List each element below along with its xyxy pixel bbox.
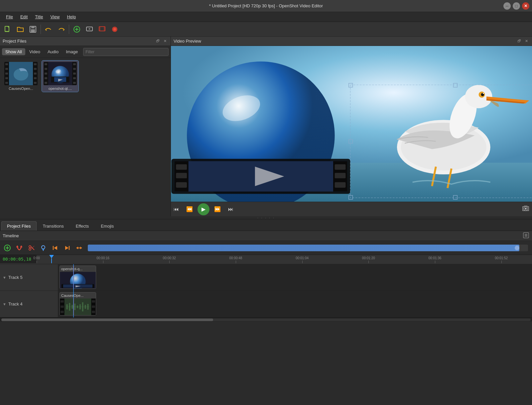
film-hole	[34, 77, 37, 79]
thumb-inner	[4, 62, 38, 85]
preview-close-btn[interactable]: ✕	[524, 39, 529, 44]
rewind-start-button[interactable]: ⏮	[171, 204, 182, 215]
playhead[interactable]	[49, 255, 54, 263]
tab-effects[interactable]: Effects	[70, 221, 95, 231]
svg-rect-102	[74, 304, 75, 310]
tab-show-all[interactable]: Show All	[2, 48, 25, 55]
undo-button[interactable]	[43, 24, 54, 35]
slider-thumb[interactable]	[515, 246, 519, 250]
file-item-openshotqt[interactable]: openshot-qt....	[42, 61, 78, 92]
forward-end-button[interactable]: ⏭	[225, 204, 236, 215]
jump-start-button[interactable]	[50, 243, 61, 253]
maximize-button[interactable]: □	[513, 2, 520, 10]
svg-rect-94	[92, 300, 95, 303]
timeline-zoom-slider[interactable]	[88, 245, 528, 251]
tab-emojis[interactable]: Emojis	[95, 221, 119, 231]
tab-audio[interactable]: Audio	[44, 48, 62, 55]
panel-close-btn[interactable]: ✕	[162, 39, 168, 44]
svg-point-71	[29, 248, 31, 250]
svg-rect-92	[61, 305, 64, 308]
tab-image[interactable]: Image	[63, 48, 81, 55]
preview-restore-btn[interactable]: 🗗	[516, 39, 522, 44]
svg-rect-22	[66, 77, 69, 82]
tracks-area: ▼ Track 5 openshot-q...	[0, 264, 532, 317]
film-hole	[73, 68, 76, 70]
clip-causesope-track4[interactable]: CausesOpe...	[60, 292, 96, 315]
jump-end-button[interactable]	[62, 243, 72, 253]
playhead-line	[51, 258, 52, 263]
close-button[interactable]: ✕	[522, 2, 529, 10]
fast-forward-button[interactable]: ⏩	[212, 204, 223, 215]
svg-line-73	[31, 247, 34, 250]
filter-input[interactable]	[83, 48, 169, 56]
track-5-name: Track 5	[8, 275, 23, 280]
menu-view[interactable]: View	[47, 13, 63, 21]
svg-marker-78	[65, 246, 68, 250]
svg-rect-103	[77, 305, 78, 308]
film-hole	[73, 63, 76, 65]
record-button[interactable]	[109, 24, 120, 35]
save-button[interactable]	[27, 24, 39, 35]
timeline-settings-icon[interactable]	[523, 232, 529, 239]
ruler-tick	[236, 261, 236, 263]
video-controls: ⏮ ⏪ ▶ ⏩ ⏭	[171, 202, 532, 216]
track-5-content[interactable]: openshot-q...	[58, 264, 532, 291]
track-4-content[interactable]: CausesOpe...	[58, 291, 532, 317]
track-5: ▼ Track 5 openshot-q...	[0, 264, 532, 291]
redo-button[interactable]	[56, 24, 67, 35]
ruler-tick	[302, 261, 303, 263]
svg-marker-9	[89, 28, 91, 30]
minimize-button[interactable]: ─	[503, 2, 511, 10]
menu-file[interactable]: File	[3, 13, 16, 21]
track-5-collapse[interactable]: ▼	[3, 276, 6, 280]
svg-rect-3	[31, 26, 35, 28]
scrollbar-track[interactable]	[1, 318, 531, 321]
clip-openshotq-track5[interactable]: openshot-q...	[60, 266, 96, 289]
razor-button[interactable]	[26, 243, 37, 253]
project-files-header: Project Files 🗗 ✕	[0, 37, 171, 46]
ruler-label: 00:01:04	[296, 256, 309, 260]
panel-restore-btn[interactable]: 🗗	[155, 39, 161, 44]
film-hole	[5, 77, 8, 79]
tab-video[interactable]: Video	[26, 48, 44, 55]
svg-rect-33	[176, 173, 187, 178]
file-item-causesopen[interactable]: CausesOpen...	[3, 61, 39, 92]
film-hole	[73, 77, 76, 79]
ruler-mark: 00:01:36	[435, 256, 448, 263]
timeline-header-controls	[523, 232, 529, 240]
ruler-marks[interactable]: 0:0000:00:1600:00:3200:00:4800:01:0400:0…	[37, 255, 532, 263]
file-name-causesopen: CausesOpen...	[9, 87, 33, 91]
film-hole	[34, 82, 37, 84]
tab-project-files[interactable]: Project Files	[1, 221, 37, 231]
preview-button[interactable]	[84, 24, 95, 35]
menu-title[interactable]: Title	[32, 13, 46, 21]
play-button[interactable]: ▶	[198, 203, 209, 215]
ruler-tick	[169, 261, 170, 263]
snap-button[interactable]	[14, 243, 25, 253]
rewind-button[interactable]: ⏪	[184, 204, 195, 215]
resize-handle[interactable]: · · · · ·	[0, 216, 532, 219]
track-5-label: ▼ Track 5	[0, 264, 58, 291]
menu-help[interactable]: Help	[64, 13, 79, 21]
new-button[interactable]	[2, 24, 13, 35]
track-4-collapse[interactable]: ▼	[3, 302, 6, 306]
menu-edit[interactable]: Edit	[17, 13, 31, 21]
add-marker-button[interactable]	[38, 243, 49, 253]
svg-rect-107	[87, 304, 88, 310]
filmstrip-left	[4, 62, 9, 85]
menu-bar: File Edit Title View Help	[0, 12, 532, 22]
screenshot-button[interactable]	[522, 205, 529, 214]
window-controls: ─ □ ✕	[503, 2, 529, 10]
export-button[interactable]	[96, 24, 108, 35]
open-button[interactable]	[15, 24, 26, 35]
filmstrip-right-2	[72, 62, 77, 85]
scrollbar-thumb[interactable]	[1, 318, 213, 321]
main-toolbar	[0, 22, 532, 37]
ruler-label: 00:00:32	[163, 256, 176, 260]
clip-divider	[73, 266, 74, 289]
svg-rect-4	[31, 29, 35, 32]
tab-transitions[interactable]: Transitions	[37, 221, 69, 231]
add-track-button[interactable]	[2, 243, 13, 253]
center-playhead-button[interactable]	[74, 243, 84, 253]
add-clip-button[interactable]	[71, 24, 82, 35]
